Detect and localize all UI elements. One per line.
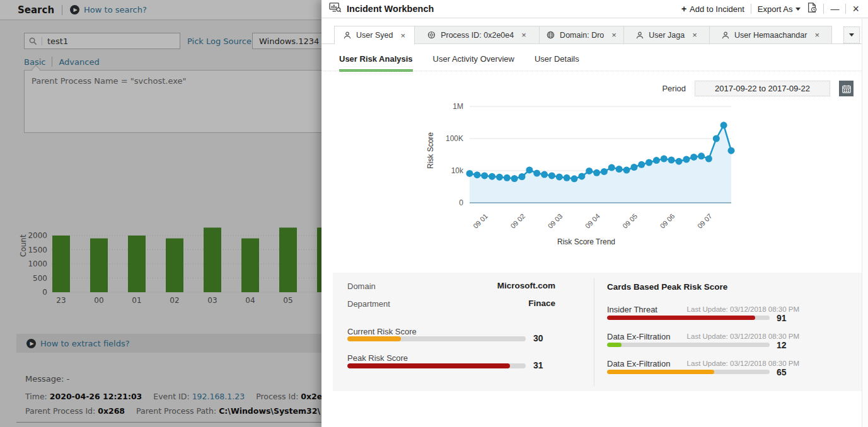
department-value: Finace [347, 299, 555, 308]
period-row: Period 2017-09-22 to 2017-09-22 [662, 81, 854, 96]
calendar-button[interactable] [839, 81, 854, 96]
export-history-icon[interactable] [807, 3, 817, 15]
workbench-title: Incident Workbench [347, 4, 434, 14]
tab-user-syed[interactable]: User Syed × [334, 26, 415, 45]
user-icon [722, 31, 729, 39]
svg-text:09 04: 09 04 [584, 212, 601, 230]
card-row-bar [607, 316, 770, 320]
divider [594, 278, 594, 386]
calendar-icon [842, 84, 851, 93]
svg-text:1M: 1M [453, 102, 463, 111]
cards-title: Cards Based Peak Risk Score [607, 282, 727, 292]
entity-tabs: User Syed × Process ID: 0x2e0e4 × Domain… [321, 26, 868, 44]
data-exfiltration-fill [607, 370, 714, 374]
tab-user-jaga[interactable]: User Jaga × [624, 26, 710, 44]
close-button[interactable]: × [852, 3, 859, 14]
subtab-user-activity-overview[interactable]: User Activity Overview [433, 54, 514, 72]
plus-icon: + [681, 4, 686, 14]
domain-value: Microsoft.com [347, 281, 555, 290]
period-label: Period [662, 84, 686, 93]
card-row-value: 12 [777, 340, 787, 350]
current-risk-value: 30 [533, 333, 543, 343]
svg-text:09 03: 09 03 [547, 212, 564, 230]
current-risk-bar [347, 336, 526, 341]
export-as-button[interactable]: Export As [758, 4, 801, 14]
tab-domain[interactable]: Domain: Dro × [540, 26, 624, 44]
divider [823, 4, 824, 14]
subtab-user-details[interactable]: User Details [535, 54, 579, 72]
peak-risk-fill [347, 363, 510, 368]
svg-text:09 07: 09 07 [696, 212, 714, 230]
close-icon[interactable]: × [611, 30, 616, 40]
close-icon[interactable]: × [692, 30, 697, 40]
risk-score-axis-label: Risk Score [426, 132, 435, 169]
tab-user-hemaachandar[interactable]: User Hemaachandar × [710, 26, 832, 44]
add-to-incident-button[interactable]: + Add to Incident [681, 4, 744, 14]
chevron-down-icon [796, 8, 801, 11]
svg-text:09 06: 09 06 [659, 212, 676, 230]
svg-text:0: 0 [459, 198, 463, 207]
svg-text:09 02: 09 02 [509, 212, 526, 230]
divider [751, 4, 751, 14]
svg-text:10k: 10k [451, 166, 464, 175]
risk-score-trend-chart: 010k100K1M09 0109 0209 0309 0409 0509 06… [435, 100, 738, 237]
svg-text:09 05: 09 05 [621, 212, 639, 230]
close-icon[interactable]: × [400, 31, 405, 40]
tab-process-id[interactable]: Process ID: 0x2e0e4 × [415, 26, 540, 44]
process-icon [427, 31, 436, 39]
divider [321, 71, 868, 71]
chart-caption: Risk Score Trend [435, 237, 738, 246]
current-risk-fill [347, 336, 401, 341]
workbench-actions: + Add to Incident Export As — × [681, 3, 859, 15]
incident-workbench-panel: Incident Workbench + Add to Incident Exp… [321, 0, 868, 427]
minimize-button[interactable]: — [830, 4, 839, 14]
period-date-range[interactable]: 2017-09-22 to 2017-09-22 [695, 81, 830, 96]
svg-text:09 01: 09 01 [472, 212, 489, 230]
card-row-value: 65 [777, 367, 787, 377]
risk-summary-section: Domain Microsoft.com Department Finace C… [333, 273, 862, 391]
workbench-icon [329, 3, 342, 15]
card-row-updated: Last Update: 03/12/2018 08:30 PM [607, 360, 799, 367]
divider [845, 4, 846, 14]
globe-icon [547, 31, 555, 39]
user-icon [636, 31, 644, 39]
screen: Search ▶ How to search? test1 Pick Log S… [0, 0, 868, 427]
subtab-user-risk-analysis[interactable]: User Risk Analysis [339, 54, 413, 72]
card-row-value: 91 [777, 313, 787, 323]
peak-risk-label: Peak Risk Score [347, 353, 408, 363]
subtabs: User Risk Analysis User Activity Overvie… [339, 54, 579, 72]
card-row-updated: Last Update: 03/12/2018 08:30 PM [607, 305, 799, 313]
insider-threat-fill [607, 316, 755, 320]
chevron-down-icon [849, 33, 854, 37]
data-exfiltration-fill [607, 343, 622, 347]
workbench-header: Incident Workbench + Add to Incident Exp… [321, 0, 868, 18]
card-row-bar [607, 370, 770, 374]
peak-risk-bar [347, 363, 526, 368]
card-row-updated: Last Update: 03/12/2018 08:30 PM [607, 333, 799, 340]
card-row-bar [607, 343, 770, 347]
user-icon [344, 31, 351, 39]
close-icon[interactable]: × [521, 30, 526, 40]
peak-risk-value: 31 [533, 360, 543, 370]
close-icon[interactable]: × [814, 30, 819, 40]
current-risk-label: Current Risk Score [347, 327, 417, 336]
panel-scrollbar[interactable] [862, 19, 868, 427]
tab-overflow-button[interactable] [843, 26, 860, 43]
svg-text:100K: 100K [446, 134, 463, 143]
modal-overlay [0, 0, 323, 427]
